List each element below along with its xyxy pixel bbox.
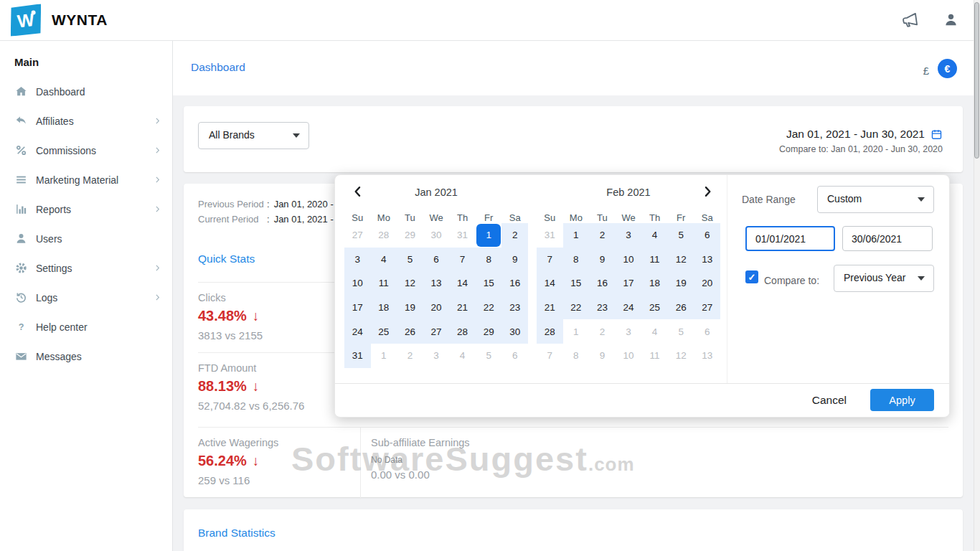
calendar-day[interactable]: 8 xyxy=(476,248,502,272)
calendar-day[interactable]: 16 xyxy=(589,271,616,296)
calendar-day[interactable]: 9 xyxy=(501,248,528,272)
calendar-day[interactable]: 12 xyxy=(668,248,694,272)
sidebar-item-reports[interactable]: Reports xyxy=(0,194,172,224)
calendar-day[interactable]: 1 xyxy=(371,344,397,368)
calendar-day[interactable]: 5 xyxy=(476,344,502,368)
user-account-icon[interactable] xyxy=(943,11,959,28)
calendar-day[interactable]: 19 xyxy=(668,271,694,296)
calendar-day[interactable]: 11 xyxy=(371,271,397,296)
calendar-day[interactable]: 6 xyxy=(694,319,720,344)
calendar-day[interactable]: 12 xyxy=(397,271,423,296)
calendar-day[interactable]: 16 xyxy=(501,271,528,296)
calendar-day[interactable]: 9 xyxy=(589,344,616,368)
app-logo[interactable]: W xyxy=(10,4,42,36)
calendar-day[interactable]: 23 xyxy=(501,296,528,320)
calendar-day[interactable]: 4 xyxy=(449,344,476,368)
calendar-day[interactable]: 29 xyxy=(476,319,502,344)
calendar-day[interactable]: 3 xyxy=(344,248,371,272)
sidebar-item-help-center[interactable]: ?Help center xyxy=(0,312,172,342)
sidebar-item-affiliates[interactable]: Affiliates xyxy=(0,106,172,136)
calendar-day[interactable]: 6 xyxy=(694,223,720,248)
calendar-day[interactable]: 31 xyxy=(537,223,563,248)
compare-checkbox[interactable] xyxy=(745,270,758,283)
calendar-day[interactable]: 6 xyxy=(423,248,450,272)
calendar-day[interactable]: 12 xyxy=(668,344,694,368)
calendar-day[interactable]: 15 xyxy=(563,271,590,296)
calendar-day[interactable]: 14 xyxy=(537,271,563,296)
sidebar-item-logs[interactable]: Logs xyxy=(0,283,172,312)
sidebar-item-dashboard[interactable]: Dashboard xyxy=(0,77,172,106)
calendar-day[interactable]: 2 xyxy=(589,223,616,248)
calendar-day[interactable]: 1 xyxy=(563,319,590,344)
sidebar-item-messages[interactable]: Messages xyxy=(0,342,172,371)
sidebar-item-commissions[interactable]: Commissions xyxy=(0,136,172,165)
calendar-day[interactable]: 7 xyxy=(537,344,563,368)
calendar-day[interactable]: 5 xyxy=(397,248,423,272)
currency-eur-toggle[interactable]: € xyxy=(938,59,957,78)
calendar-day[interactable]: 4 xyxy=(371,248,397,272)
calendar-day[interactable]: 11 xyxy=(641,248,668,272)
calendar-day[interactable]: 1 xyxy=(563,223,590,248)
calendar-day[interactable]: 17 xyxy=(344,296,371,320)
calendar-day[interactable]: 8 xyxy=(563,344,590,368)
calendar-day[interactable]: 28 xyxy=(371,223,397,248)
megaphone-icon[interactable] xyxy=(900,9,920,30)
calendar-day[interactable]: 29 xyxy=(397,223,423,248)
calendar-day[interactable]: 21 xyxy=(449,296,476,320)
calendar-day[interactable]: 27 xyxy=(423,319,450,344)
date-range-display[interactable]: Jan 01, 2021 - Jun 30, 2021 Compare to: … xyxy=(779,128,943,154)
range-type-select[interactable]: Custom xyxy=(817,186,934,213)
calendar-day[interactable]: 26 xyxy=(397,319,423,344)
calendar-day[interactable]: 20 xyxy=(694,271,720,296)
breadcrumb[interactable]: Dashboard xyxy=(191,61,245,74)
calendar-day[interactable]: 4 xyxy=(641,223,668,248)
calendar-day[interactable]: 17 xyxy=(616,271,642,296)
calendar-day[interactable]: 27 xyxy=(344,223,371,248)
calendar-day[interactable]: 5 xyxy=(668,223,694,248)
sidebar-item-users[interactable]: Users xyxy=(0,224,172,253)
calendar-day[interactable]: 8 xyxy=(563,248,590,272)
calendar-day[interactable]: 22 xyxy=(476,296,502,320)
calendar-day[interactable]: 30 xyxy=(423,223,450,248)
calendar-day[interactable]: 21 xyxy=(537,296,563,320)
calendar-day[interactable]: 28 xyxy=(449,319,476,344)
calendar-day[interactable]: 6 xyxy=(501,344,528,368)
start-date-input[interactable] xyxy=(745,226,835,251)
calendar-day[interactable]: 25 xyxy=(371,319,397,344)
calendar-day[interactable]: 31 xyxy=(449,223,476,248)
calendar-day[interactable]: 13 xyxy=(423,271,450,296)
calendar-day[interactable]: 13 xyxy=(694,344,720,368)
calendar-day[interactable]: 10 xyxy=(616,344,642,368)
sidebar-item-settings[interactable]: Settings xyxy=(0,253,172,283)
sidebar-item-marketing-material[interactable]: Marketing Material xyxy=(0,165,172,194)
calendar-day[interactable]: 9 xyxy=(589,248,616,272)
cancel-button[interactable]: Cancel xyxy=(806,391,852,410)
calendar-day[interactable]: 14 xyxy=(449,271,476,296)
apply-button[interactable]: Apply xyxy=(870,389,934,411)
calendar-day[interactable]: 27 xyxy=(694,296,720,320)
calendar-day[interactable]: 23 xyxy=(589,296,616,320)
calendar-day[interactable]: 24 xyxy=(616,296,642,320)
compare-type-select[interactable]: Previous Year xyxy=(834,265,934,292)
calendar-day[interactable]: 15 xyxy=(476,271,502,296)
calendar-day[interactable]: 7 xyxy=(537,248,563,272)
calendar-day[interactable]: 2 xyxy=(501,223,528,248)
calendar-day[interactable]: 24 xyxy=(344,319,371,344)
calendar-day[interactable]: 10 xyxy=(344,271,371,296)
calendar-day[interactable]: 25 xyxy=(641,296,668,320)
calendar-day[interactable]: 20 xyxy=(423,296,450,320)
calendar-day[interactable]: 2 xyxy=(589,319,616,344)
calendar-day[interactable]: 28 xyxy=(537,319,563,344)
calendar-day[interactable]: 22 xyxy=(563,296,590,320)
calendar-day[interactable]: 3 xyxy=(423,344,450,368)
brand-select[interactable]: All Brands xyxy=(198,122,309,149)
end-date-input[interactable] xyxy=(842,226,933,251)
calendar-day[interactable]: 26 xyxy=(668,296,694,320)
calendar-day[interactable]: 18 xyxy=(371,296,397,320)
calendar-day-selected[interactable]: 1 xyxy=(476,223,502,248)
calendar-day[interactable]: 10 xyxy=(616,248,642,272)
calendar-day[interactable]: 4 xyxy=(641,319,668,344)
calendar-day[interactable]: 31 xyxy=(344,344,371,368)
scrollbar-thumb[interactable] xyxy=(974,2,979,159)
calendar-day[interactable]: 19 xyxy=(397,296,423,320)
